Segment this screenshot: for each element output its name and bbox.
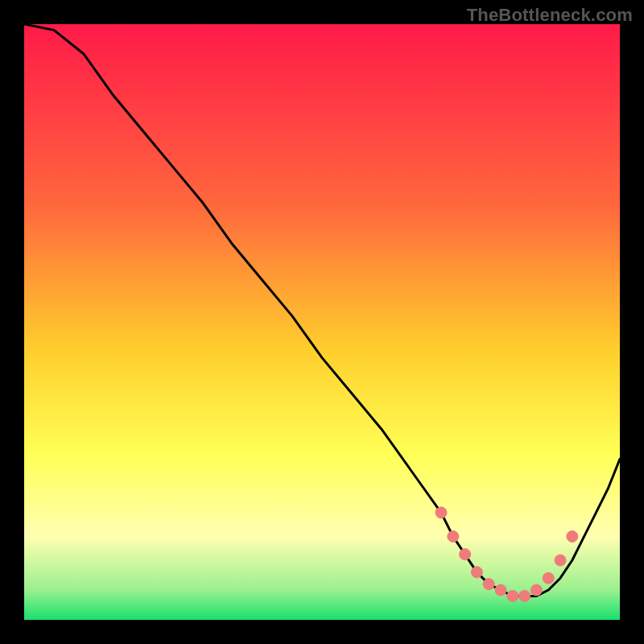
curve-dot [471, 567, 482, 578]
chart-frame: TheBottleneck.com [0, 0, 644, 644]
curve-dot [543, 572, 554, 584]
curve-dots [436, 507, 578, 602]
curve-dot [567, 530, 578, 542]
plot-area [24, 24, 620, 620]
curve-dot [519, 590, 530, 601]
curve-dot [507, 590, 518, 601]
curve-layer [24, 24, 620, 620]
bottleneck-curve [24, 24, 620, 596]
plot-inner [24, 24, 620, 620]
curve-dot [483, 579, 494, 590]
curve-dot [448, 530, 459, 542]
watermark-text: TheBottleneck.com [467, 5, 633, 26]
curve-dot [555, 555, 566, 566]
curve-dot [436, 507, 447, 518]
curve-dot [530, 584, 542, 596]
curve-dot [495, 584, 506, 596]
curve-dot [460, 549, 471, 560]
